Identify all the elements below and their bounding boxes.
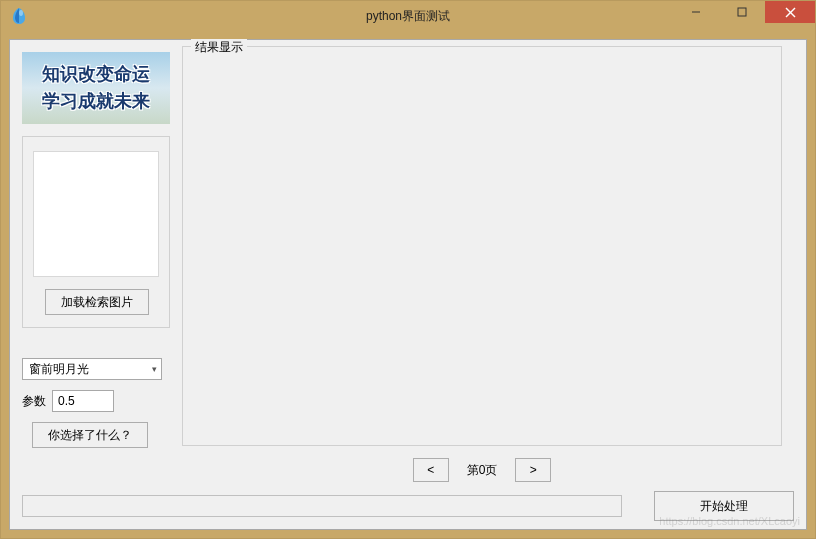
result-content — [191, 55, 773, 437]
page-label: 第0页 — [467, 462, 498, 479]
client-area: 知识改变命运 学习成就未来 加载检索图片 窗前明月光 ▾ 参数 你选择了什么？ … — [9, 39, 807, 530]
option-dropdown[interactable]: 窗前明月光 ▾ — [22, 358, 162, 380]
svg-rect-2 — [738, 8, 746, 16]
svg-point-0 — [19, 10, 23, 16]
param-input[interactable] — [52, 390, 114, 412]
param-row: 参数 — [22, 390, 114, 412]
banner-line-2: 学习成就未来 — [42, 88, 150, 115]
start-processing-button[interactable]: 开始处理 — [654, 491, 794, 521]
titlebar: python界面测试 — [1, 1, 815, 31]
banner-line-1: 知识改变命运 — [42, 61, 150, 88]
pager: < 第0页 > — [182, 456, 782, 484]
close-button[interactable] — [765, 1, 815, 23]
minimize-icon — [691, 7, 701, 17]
app-icon — [9, 6, 29, 26]
dropdown-selected-text: 窗前明月光 — [29, 361, 89, 378]
maximize-button[interactable] — [719, 1, 765, 23]
next-page-button[interactable]: > — [515, 458, 551, 482]
status-bar — [22, 495, 622, 517]
app-window: python界面测试 知识改变命运 学习成就未来 加载检索图片 — [0, 0, 816, 539]
load-image-button[interactable]: 加载检索图片 — [45, 289, 149, 315]
image-load-group: 加载检索图片 — [22, 136, 170, 328]
what-did-you-choose-button[interactable]: 你选择了什么？ — [32, 422, 148, 448]
maximize-icon — [737, 7, 747, 17]
prev-page-button[interactable]: < — [413, 458, 449, 482]
image-preview — [33, 151, 159, 277]
client-frame: 知识改变命运 学习成就未来 加载检索图片 窗前明月光 ▾ 参数 你选择了什么？ … — [1, 31, 815, 538]
window-controls — [673, 1, 815, 23]
minimize-button[interactable] — [673, 1, 719, 23]
param-label: 参数 — [22, 393, 46, 410]
window-title: python界面测试 — [366, 8, 450, 25]
banner-image: 知识改变命运 学习成就未来 — [22, 52, 170, 124]
chevron-down-icon: ▾ — [152, 364, 157, 374]
result-groupbox: 结果显示 — [182, 46, 782, 446]
result-group-label: 结果显示 — [191, 39, 247, 56]
close-icon — [785, 7, 796, 18]
